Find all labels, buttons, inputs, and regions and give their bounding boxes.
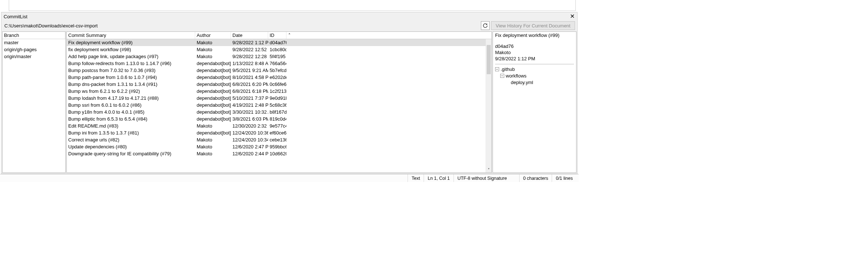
tree-node-root[interactable]: .github [501, 67, 515, 72]
file-tree: − .github − workflows deploy.yml [495, 64, 574, 86]
scroll-down-icon[interactable]: ˅ [486, 167, 491, 172]
commit-id: 5c68c36 [268, 102, 286, 108]
commit-row[interactable]: fix deployment workflow (#98)Makoto9/28/… [67, 46, 486, 53]
commit-author: dependabot[bot] [195, 130, 231, 136]
commit-date: 8/10/2021 4:58 PM [231, 75, 268, 80]
status-mode[interactable]: Text [408, 174, 424, 182]
col-author[interactable]: Author [195, 32, 231, 39]
commit-id: 819c0d4 [268, 116, 286, 122]
commit-author: Makoto [195, 47, 231, 52]
commit-summary: Bump ws from 6.2.1 to 6.2.2 (#92) [67, 88, 195, 94]
commit-id: 959bbc6 [268, 144, 286, 149]
commit-author: dependabot[bot] [195, 109, 231, 115]
commit-author: Makoto [195, 54, 231, 59]
refresh-button[interactable] [481, 21, 490, 30]
chevron-up-icon[interactable]: ˄ [286, 33, 292, 38]
commit-date: 3/8/2021 6:03 PM [231, 116, 268, 122]
details-message: Fix deployment workflow (#99) [495, 33, 574, 38]
commit-date: 12/24/2020 10:34 AM [231, 137, 268, 143]
commit-date: 1/13/2022 8:48 AM [231, 61, 268, 66]
branch-item[interactable]: origin/gh-pages [3, 46, 65, 53]
commit-id: 9e0d91b [268, 95, 286, 101]
scrollbar[interactable]: ˅ [486, 39, 491, 172]
status-bar: Text Ln 1, Col 1 UTF-8 without Signature… [0, 174, 579, 182]
commit-id: 5f4f195 [268, 54, 286, 59]
col-date[interactable]: Date [231, 32, 268, 39]
commit-id: 10d6620 [268, 151, 286, 156]
commit-date: 12/30/2020 2:32 PM [231, 123, 268, 129]
col-summary[interactable]: Commit Summary [67, 32, 195, 39]
commit-date: 6/8/2021 6:18 PM [231, 88, 268, 94]
commit-row[interactable]: Bump path-parse from 1.0.6 to 1.0.7 (#94… [67, 74, 486, 81]
commit-author: dependabot[bot] [195, 102, 231, 108]
commit-row[interactable]: Edit README.md (#83)Makoto12/30/2020 2:3… [67, 122, 486, 129]
commit-row[interactable]: Bump postcss from 7.0.32 to 7.0.36 (#93)… [67, 67, 486, 74]
commit-list: Commit Summary Author Date ID ˄ Fix depl… [66, 31, 492, 173]
commit-id: b8f167d [268, 109, 286, 115]
commit-summary: Bump dns-packet from 1.3.1 to 1.3.4 (#91… [67, 81, 195, 87]
close-icon[interactable]: ✕ [568, 13, 576, 20]
commit-row[interactable]: Bump ini from 1.3.5 to 1.3.7 (#81)depend… [67, 129, 486, 136]
commit-summary: Update dependencies (#80) [67, 144, 195, 149]
branch-item[interactable]: origin/master [3, 53, 65, 60]
commit-row[interactable]: Correct image urls (#82)Makoto12/24/2020… [67, 136, 486, 143]
commit-row[interactable]: Bump dns-packet from 1.3.1 to 1.3.4 (#91… [67, 81, 486, 88]
commit-id: 5b7efcd [268, 68, 286, 73]
commit-date: 3/30/2021 10:32 AM [231, 109, 268, 115]
commit-summary: Downgrade query-string for IE compatibil… [67, 151, 195, 156]
commit-row[interactable]: Bump elliptic from 6.5.3 to 6.5.4 (#84)d… [67, 115, 486, 122]
status-position[interactable]: Ln 1, Col 1 [424, 174, 453, 182]
commit-row[interactable]: Bump follow-redirects from 1.13.0 to 1.1… [67, 60, 486, 67]
commit-id: 1c2f213 [268, 88, 286, 94]
branch-item[interactable]: master [3, 39, 65, 46]
branch-header[interactable]: Branch [3, 32, 65, 39]
commit-summary: Edit README.md (#83) [67, 123, 195, 129]
commit-row[interactable]: Downgrade query-string for IE compatibil… [67, 150, 486, 157]
commit-row[interactable]: Add help page link, update packages (#97… [67, 53, 486, 60]
commit-author: dependabot[bot] [195, 95, 231, 101]
commit-id: e6202de [268, 75, 286, 80]
view-history-button: View History For Current Document [491, 21, 575, 30]
commit-date: 9/28/2022 12:28 PM [231, 54, 268, 59]
commit-author: Makoto [195, 123, 231, 129]
commit-summary: Fix deployment workflow (#99) [67, 40, 195, 45]
commit-id: 1cbc80c [268, 47, 286, 52]
tree-node-folder[interactable]: workflows [506, 73, 526, 79]
commit-id: 0c66fe6 [268, 81, 286, 87]
commit-author: Makoto [195, 137, 231, 143]
commit-summary: Correct image urls (#82) [67, 137, 195, 143]
commit-row[interactable]: Bump ssri from 6.0.1 to 6.0.2 (#86)depen… [67, 102, 486, 109]
tree-collapse-icon[interactable]: − [495, 67, 499, 71]
commit-date: 12/6/2020 2:47 PM [231, 144, 268, 149]
commit-summary: Add help page link, update packages (#97… [67, 54, 195, 59]
commit-date: 9/5/2021 9:21 AM [231, 68, 268, 73]
commit-id: 9e577c4 [268, 123, 286, 129]
commit-date: 6/8/2021 6:20 PM [231, 81, 268, 87]
tree-collapse-icon[interactable]: − [500, 74, 504, 78]
scroll-up-icon[interactable] [486, 39, 491, 45]
commit-summary: Bump postcss from 7.0.32 to 7.0.36 (#93) [67, 68, 195, 73]
commit-author: dependabot[bot] [195, 75, 231, 80]
status-encoding[interactable]: UTF-8 without Signature [454, 174, 519, 182]
tree-node-file[interactable]: deploy.yml [511, 80, 533, 85]
commit-row[interactable]: Bump ws from 6.2.1 to 6.2.2 (#92)dependa… [67, 88, 486, 95]
status-chars: 0 characters [519, 174, 552, 182]
commit-row[interactable]: Fix deployment workflow (#99)Makoto9/28/… [67, 39, 486, 46]
commit-date: 5/10/2021 7:37 PM [231, 95, 268, 101]
panel-title: CommitList [4, 14, 568, 19]
commit-date: 12/6/2020 2:44 PM [231, 151, 268, 156]
scroll-thumb[interactable] [487, 45, 491, 74]
refresh-icon [482, 23, 488, 29]
commit-id: ef60ce6 [268, 130, 286, 136]
commit-row[interactable]: Bump y18n from 4.0.0 to 4.0.1 (#85)depen… [67, 109, 486, 115]
commit-author: dependabot[bot] [195, 88, 231, 94]
commit-author: Makoto [195, 144, 231, 149]
col-id[interactable]: ID [268, 32, 286, 39]
commit-summary: Bump lodash from 4.17.19 to 4.17.21 (#88… [67, 95, 195, 101]
status-lines: 0/1 lines [552, 174, 576, 182]
commit-author: Makoto [195, 40, 231, 45]
editor-pane[interactable] [9, 0, 576, 11]
commit-summary: Bump elliptic from 6.5.3 to 6.5.4 (#84) [67, 116, 195, 122]
commit-row[interactable]: Bump lodash from 4.17.19 to 4.17.21 (#88… [67, 95, 486, 102]
commit-row[interactable]: Update dependencies (#80)Makoto12/6/2020… [67, 143, 486, 150]
